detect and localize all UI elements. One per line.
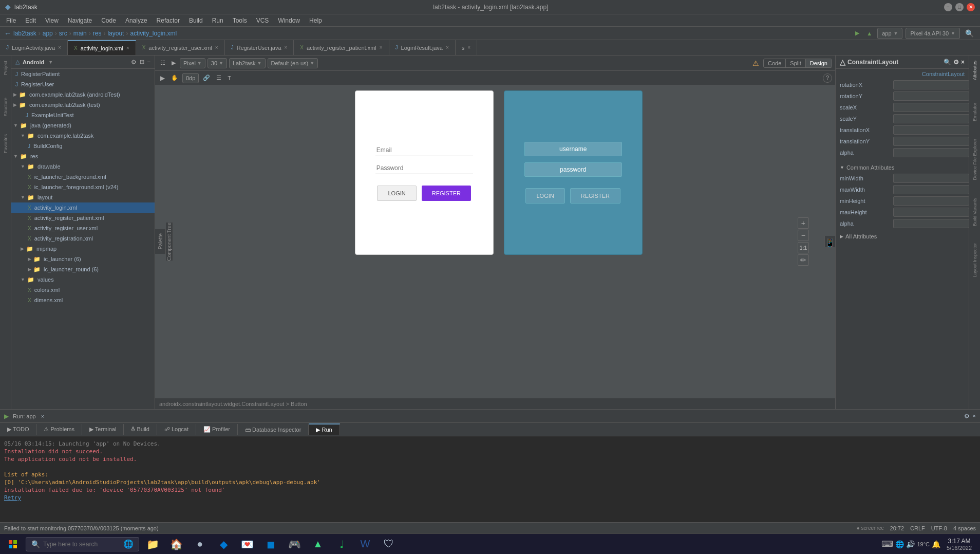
start-button[interactable] <box>0 534 26 555</box>
taskbar-antivirus[interactable]: 🛡 <box>378 534 400 554</box>
nav-back-icon[interactable]: ← <box>4 29 11 38</box>
minimize-button[interactable]: − <box>944 3 952 11</box>
attr-input-minheight[interactable] <box>893 196 969 206</box>
attr-input-minwidth[interactable] <box>893 174 969 183</box>
tree-item-ic-background[interactable]: X ic_launcher_background.xml <box>11 172 155 182</box>
menu-view[interactable]: View <box>41 16 63 25</box>
tree-item-res[interactable]: ▼ 📁 res <box>11 151 155 161</box>
breadcrumb-src[interactable]: src <box>59 30 67 37</box>
warning-icon[interactable]: ⚠ <box>750 58 761 68</box>
taskbar-store[interactable]: 🏠 <box>165 534 187 554</box>
zoom-dropdown[interactable]: 30 ▼ <box>208 58 227 68</box>
tree-item-activity-login[interactable]: X activity_login.xml <box>11 202 155 213</box>
tab-registeruser[interactable]: J RegisterUser.java × <box>225 40 294 56</box>
network-icon[interactable]: 🌐 <box>895 540 904 548</box>
taskbar-vscode[interactable]: ◼ <box>259 534 282 554</box>
menu-analyze[interactable]: Analyze <box>121 16 152 25</box>
dp-dropdown[interactable]: 0dp <box>182 73 199 83</box>
taskbar-clock[interactable]: 3:17 AM 5/16/2022 <box>943 538 976 551</box>
breadcrumb-file[interactable]: activity_login.xml <box>130 30 177 37</box>
volume-icon[interactable]: 🔊 <box>906 540 915 548</box>
tree-item-androidtest[interactable]: ▶ 📁 com.example.lab2task (androidTest) <box>11 89 155 100</box>
menu-vcs[interactable]: VCS <box>252 16 273 25</box>
locale-dropdown[interactable]: Default (en-us) ▼ <box>268 58 318 68</box>
bottom-tab-build[interactable]: ⛢ Build <box>124 424 157 435</box>
guidelines-tool[interactable]: T <box>225 74 233 82</box>
menu-navigate[interactable]: Navigate <box>64 16 96 25</box>
menu-edit[interactable]: Edit <box>21 16 40 25</box>
cursor-btn[interactable]: ▶ <box>169 59 178 67</box>
attr-input-alpha[interactable] <box>893 148 969 157</box>
tree-item-launcher-round6[interactable]: ▶ 📁 ic_launcher_round (6) <box>11 264 155 274</box>
taskbar-game[interactable]: 🎮 <box>283 534 306 554</box>
attr-input-translationy[interactable] <box>893 137 969 146</box>
all-attributes-header[interactable]: ▶ All Attributes <box>836 231 969 242</box>
breadcrumb-app[interactable]: app <box>43 30 53 37</box>
tab-close-register-user[interactable]: × <box>215 45 218 50</box>
attr-input-translationx[interactable] <box>893 125 969 135</box>
bottom-tab-profiler[interactable]: 📈 Profiler <box>196 424 238 435</box>
vtab-device-file[interactable]: Device File Explorer <box>971 136 978 183</box>
tree-item-buildconfig[interactable]: J BuildConfig <box>11 141 155 151</box>
crlf-indicator[interactable]: CRLF <box>910 525 925 531</box>
taskbar-mail[interactable]: 💌 <box>236 534 258 554</box>
password-preview[interactable] <box>375 162 473 174</box>
bottom-tab-logcat[interactable]: ☍ Logcat <box>157 424 196 435</box>
menu-help[interactable]: Help <box>305 16 326 25</box>
tab-close-loginresult[interactable]: × <box>446 45 449 50</box>
pan-tool[interactable]: ✋ <box>169 73 180 82</box>
line-col[interactable]: 20:72 <box>890 525 904 531</box>
attr-search-icon[interactable]: 🔍 <box>944 59 951 66</box>
run-button[interactable]: ▶ <box>853 28 861 39</box>
breadcrumb-res[interactable]: res <box>93 30 102 37</box>
tree-item-register-patient-xml[interactable]: X activity_register_patient.xml <box>11 213 155 223</box>
menu-code[interactable]: Code <box>97 16 120 25</box>
tree-item-registeruser[interactable]: J RegisterUser <box>11 79 155 89</box>
tree-item-register-user-xml[interactable]: X activity_register_user.xml <box>11 223 155 233</box>
cog-icon[interactable]: ⚙ <box>131 59 137 66</box>
expand-icon[interactable]: ⊞ <box>140 59 144 66</box>
tab-activity-login[interactable]: X activity_login.xml × <box>68 40 136 56</box>
tree-item-mipmap[interactable]: ▶ 📁 mipmap <box>11 244 155 254</box>
taskbar-search-box[interactable]: 🔍 🌐 <box>26 537 139 551</box>
attr-input-rotationy[interactable] <box>893 91 969 101</box>
code-view-btn[interactable]: Code <box>764 59 786 67</box>
close-button[interactable]: ✕ <box>967 3 975 11</box>
collapse-icon[interactable]: − <box>147 59 150 66</box>
tab-register-patient[interactable]: X activity_register_patient.xml × <box>294 40 389 56</box>
dropdown-arrow-android[interactable]: ▼ <box>48 60 53 65</box>
taskbar-edge[interactable]: ◆ <box>212 534 235 554</box>
tree-item-values[interactable]: ▼ 📁 values <box>11 274 155 285</box>
tree-item-registerpatient[interactable]: J RegisterPatient <box>11 69 155 79</box>
menu-refactor[interactable]: Refactor <box>153 16 184 25</box>
vtab-layout-inspector[interactable]: Layout Inspector <box>971 240 978 281</box>
run-close-icon[interactable]: × <box>973 413 976 420</box>
tab-close-registeruser[interactable]: × <box>285 45 288 50</box>
tree-item-registration-xml[interactable]: X activity_registration.xml <box>11 233 155 244</box>
attr-settings-icon[interactable]: ⚙ <box>953 59 959 66</box>
pixel-dropdown[interactable]: Pixel ▼ <box>180 58 205 68</box>
bottom-tab-run[interactable]: ▶ Run <box>309 423 340 435</box>
design-view-btn[interactable]: Design <box>806 59 832 67</box>
tab-loginresult[interactable]: J LoginResult.java × <box>389 40 456 56</box>
taskbar-android-studio[interactable]: ▲ <box>307 534 329 554</box>
run-settings-icon[interactable]: ⚙ <box>964 413 970 420</box>
debug-button[interactable]: ▲ <box>864 28 874 39</box>
palette-btn[interactable]: ☷ <box>158 59 167 67</box>
indent-indicator[interactable]: 4 spaces <box>953 525 976 531</box>
constraint-tool[interactable]: 🔗 <box>201 73 212 82</box>
bottom-tab-terminal[interactable]: ▶ Terminal <box>82 424 124 435</box>
common-attributes-header[interactable]: ▼ Common Attributes <box>836 162 969 173</box>
breadcrumb-main[interactable]: main <box>73 30 87 37</box>
bottom-tab-problems[interactable]: ⚠ Problems <box>36 424 82 435</box>
maximize-button[interactable]: □ <box>955 3 964 11</box>
attr-input-scalex[interactable] <box>893 103 969 112</box>
search-input[interactable] <box>43 541 120 548</box>
menu-build[interactable]: Build <box>185 16 207 25</box>
attr-input-rotationx[interactable] <box>893 80 969 89</box>
encoding-indicator[interactable]: UTF-8 <box>931 525 947 531</box>
attr-input-maxwidth[interactable] <box>893 185 969 194</box>
search-everywhere-btn[interactable]: 🔍 <box>963 28 976 39</box>
tree-item-colors[interactable]: X colors.xml <box>11 285 155 295</box>
help-btn[interactable]: ? <box>823 73 832 83</box>
